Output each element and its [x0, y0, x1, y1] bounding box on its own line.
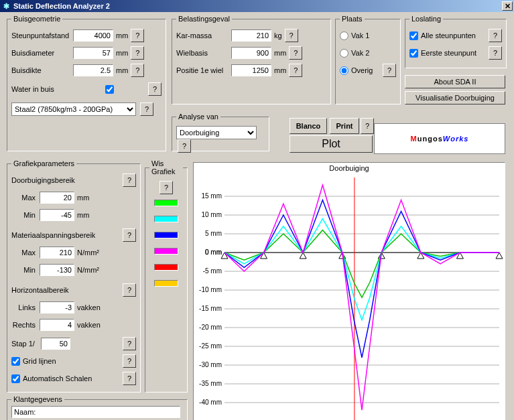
doorb-min-input[interactable]	[40, 209, 74, 221]
mat-max-input[interactable]	[40, 247, 74, 259]
analyse-group: Analyse van Doorbuiging ?	[172, 113, 269, 151]
buisdiameter-label: Buisdiameter	[11, 49, 73, 57]
doorb-max-input[interactable]	[40, 192, 74, 204]
material-select[interactable]: Staal2 (7850kg/m3 - 200GPa)	[11, 102, 136, 116]
grid-checkbox[interactable]	[11, 357, 20, 366]
wielbasis-input[interactable]	[231, 47, 271, 59]
svg-text:-40 mm: -40 mm	[199, 399, 222, 406]
help-button[interactable]: ?	[489, 29, 502, 42]
karmassa-input[interactable]	[231, 29, 271, 42]
rechts-input[interactable]	[40, 319, 74, 331]
chart-plot: 15 mm10 mm5 mm0 mm-5 mm-10 mm-15 mm-20 m…	[194, 172, 505, 420]
buisdiameter-input[interactable]	[73, 47, 113, 59]
color-swatch-2[interactable]	[154, 232, 178, 238]
buisgeometrie-group: Buisgeometrie Steunpuntafstand mm ? Buis…	[7, 15, 166, 151]
blanco-button[interactable]: Blanco	[290, 118, 327, 134]
help-button[interactable]: ?	[140, 102, 153, 116]
branding-logo: MungosWorks	[374, 123, 505, 154]
help-button[interactable]: ?	[489, 46, 502, 60]
help-button[interactable]: ?	[123, 173, 136, 187]
grafiekparameters-group: Grafiekparameters Doorbuigingsbereik? Ma…	[7, 159, 141, 393]
steunpuntafstand-label: Steunpuntafstand	[11, 31, 73, 40]
belastingsgeval-group: Belastingsgeval Kar-massa kg ? Wielbasis…	[172, 15, 331, 104]
chart-title: Doorbuiging	[194, 163, 505, 172]
about-button[interactable]: About SDA II	[405, 75, 505, 88]
vak1-radio[interactable]	[340, 31, 348, 40]
svg-text:-35 mm: -35 mm	[199, 380, 222, 387]
help-button[interactable]: ?	[383, 64, 396, 77]
help-button[interactable]: ?	[123, 372, 136, 385]
help-button[interactable]: ?	[285, 29, 298, 42]
help-button[interactable]: ?	[123, 283, 136, 297]
water-label: Water in buis	[11, 85, 105, 93]
help-button[interactable]: ?	[289, 46, 302, 60]
help-button[interactable]: ?	[178, 139, 191, 153]
svg-marker-33	[496, 253, 503, 259]
svg-text:-5 mm: -5 mm	[203, 267, 222, 275]
color-swatch-0[interactable]	[154, 200, 178, 206]
loslating-group: Loslating Alle steunpunten ? Eerste steu…	[405, 15, 507, 68]
color-swatch-5[interactable]	[154, 280, 178, 287]
alle-checkbox[interactable]	[409, 31, 418, 40]
help-button[interactable]: ?	[123, 354, 136, 368]
titlebar: ✱ Static Deflection Analyzer 2 ✕	[0, 0, 514, 12]
help-button[interactable]: ?	[123, 228, 136, 242]
window-title: Static Deflection Analyzer 2	[13, 2, 110, 10]
klantgegevens-group: Klantgegevens	[7, 395, 188, 420]
svg-text:-20 mm: -20 mm	[199, 324, 222, 331]
analyse-select[interactable]: Doorbuiging	[176, 126, 257, 139]
help-button[interactable]: ?	[131, 64, 144, 77]
svg-text:10 mm: 10 mm	[201, 211, 222, 218]
vak2-radio[interactable]	[340, 49, 348, 58]
svg-text:-15 mm: -15 mm	[199, 305, 222, 312]
help-button[interactable]: ?	[289, 64, 302, 77]
wis-grafiek-group: Wis Grafiek ?	[145, 159, 188, 393]
mat-min-input[interactable]	[40, 264, 74, 276]
svg-text:0 mm: 0 mm	[205, 249, 222, 256]
plot-button[interactable]: Plot	[290, 135, 373, 153]
svg-text:-30 mm: -30 mm	[199, 361, 222, 368]
print-button[interactable]: Print	[330, 118, 359, 134]
svg-text:-10 mm: -10 mm	[199, 286, 222, 293]
buisdikte-label: Buisdikte	[11, 66, 73, 74]
steunpuntafstand-input[interactable]	[73, 29, 113, 42]
help-button[interactable]: ?	[123, 337, 136, 350]
color-swatch-3[interactable]	[154, 248, 178, 255]
positie-input[interactable]	[231, 64, 271, 76]
plaats-group: Plaats Vak 1 Vak 2 Overig ?	[335, 15, 401, 104]
auto-checkbox[interactable]	[11, 374, 20, 383]
chart-area: Doorbuiging 15 mm10 mm5 mm0 mm-5 mm-10 m…	[193, 162, 505, 420]
help-button[interactable]: ?	[148, 82, 162, 96]
buisgeometrie-legend: Buisgeometrie	[11, 15, 62, 23]
color-swatch-4[interactable]	[154, 264, 178, 271]
help-button[interactable]: ?	[159, 181, 173, 194]
steunpuntafstand-unit: mm	[116, 31, 128, 40]
help-button[interactable]: ?	[131, 46, 144, 60]
svg-text:15 mm: 15 mm	[201, 192, 222, 200]
help-button[interactable]: ?	[131, 29, 144, 42]
eerste-checkbox[interactable]	[409, 49, 418, 58]
close-button[interactable]: ✕	[502, 1, 513, 11]
links-input[interactable]	[40, 301, 74, 313]
stap-input[interactable]	[41, 338, 70, 350]
help-button[interactable]: ?	[361, 118, 374, 134]
buisdikte-input[interactable]	[73, 64, 113, 76]
overig-radio[interactable]	[340, 66, 348, 75]
app-icon: ✱	[1, 1, 11, 11]
svg-text:-25 mm: -25 mm	[199, 342, 222, 350]
naam-input[interactable]	[11, 406, 180, 418]
water-checkbox[interactable]	[105, 85, 114, 94]
visualisatie-button[interactable]: Visualisatie Doorbuiging	[405, 91, 505, 104]
svg-text:5 mm: 5 mm	[205, 230, 222, 237]
color-swatch-1[interactable]	[154, 216, 178, 222]
